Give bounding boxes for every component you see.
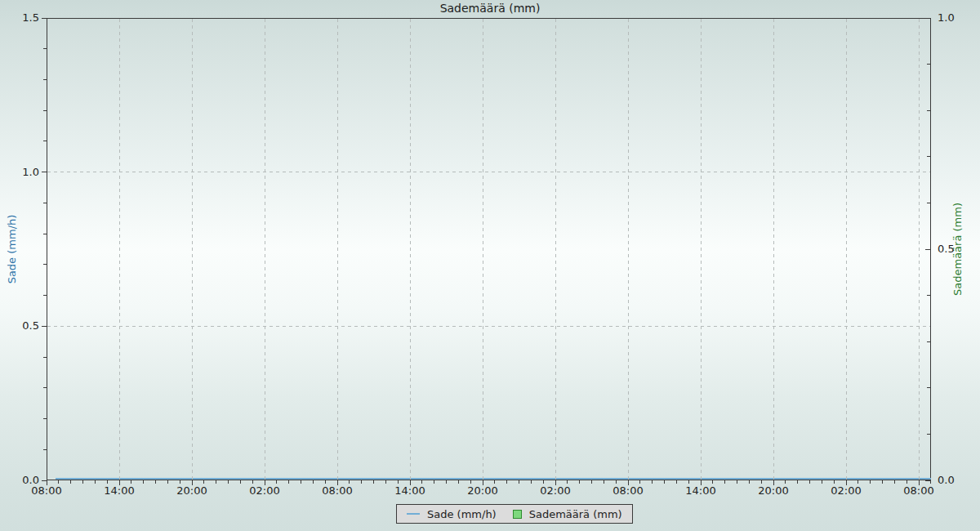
x-tick-label: 14:00	[676, 484, 725, 497]
x-minor-tick	[155, 480, 156, 484]
x-minor-tick	[797, 480, 798, 484]
x-minor-tick	[82, 480, 83, 484]
x-minor-tick	[724, 480, 725, 484]
x-minor-tick	[531, 480, 532, 484]
x-minor-tick	[906, 480, 907, 484]
x-minor-tick	[228, 480, 229, 484]
vertical-gridline	[919, 19, 920, 480]
precipitation-chart: Sademäärä (mm) Sade (mm/h) Sademäärä (mm…	[0, 0, 980, 531]
y-left-minor-tick	[43, 295, 47, 296]
x-minor-tick	[58, 480, 59, 484]
y-left-minor-tick	[43, 418, 47, 419]
x-minor-tick	[834, 480, 835, 484]
x-tick-label: 08:00	[604, 484, 653, 497]
legend: Sade (mm/h) Sademäärä (mm)	[396, 504, 633, 524]
chart-title: Sademäärä (mm)	[0, 2, 980, 15]
y-right-minor-tick	[927, 295, 930, 296]
y-right-major-tick	[925, 249, 930, 250]
x-minor-tick	[421, 480, 422, 484]
x-tick-label: 02:00	[240, 484, 289, 497]
y-left-major-tick	[42, 326, 47, 327]
x-minor-tick	[579, 480, 580, 484]
x-minor-tick	[809, 480, 810, 484]
x-minor-tick	[785, 480, 786, 484]
y-left-minor-tick	[43, 110, 47, 111]
x-minor-tick	[180, 480, 180, 484]
x-minor-tick	[519, 480, 519, 484]
x-minor-tick	[639, 480, 640, 484]
x-tick-label: 02:00	[531, 484, 580, 497]
x-minor-tick	[870, 480, 871, 484]
x-tick-label: 20:00	[749, 484, 798, 497]
y-right-tick-label: 0.0	[938, 474, 978, 487]
x-minor-tick	[361, 480, 362, 484]
x-minor-tick	[567, 480, 568, 484]
x-minor-tick	[858, 480, 858, 484]
vertical-gridline	[483, 19, 483, 480]
x-minor-tick	[325, 480, 326, 484]
x-minor-tick	[398, 480, 399, 484]
y-right-tick-label: 0.5	[938, 243, 978, 256]
x-minor-tick	[276, 480, 277, 484]
x-minor-tick	[458, 480, 459, 484]
y-right-tick-label: 1.0	[938, 11, 978, 25]
y-left-minor-tick	[43, 141, 47, 141]
x-minor-tick	[240, 480, 241, 484]
x-minor-tick	[143, 480, 144, 484]
y-right-minor-tick	[927, 110, 930, 111]
x-minor-tick	[604, 480, 604, 484]
y-left-tick-label: 1.0	[0, 166, 39, 179]
x-minor-tick	[446, 480, 447, 484]
horizontal-gridline	[47, 326, 930, 327]
x-minor-tick	[167, 480, 168, 484]
left-axis-title: Sade (mm/h)	[6, 215, 18, 284]
vertical-gridline	[773, 19, 774, 480]
x-minor-tick	[434, 480, 434, 484]
y-left-minor-tick	[43, 48, 47, 49]
x-minor-tick	[822, 480, 822, 484]
x-minor-tick	[301, 480, 301, 484]
x-tick-label: 14:00	[95, 484, 144, 497]
sade-series-line	[56, 478, 931, 480]
x-minor-tick	[652, 480, 653, 484]
x-minor-tick	[131, 480, 131, 484]
y-right-minor-tick	[927, 387, 930, 388]
x-minor-tick	[676, 480, 677, 484]
x-minor-tick	[894, 480, 895, 484]
vertical-gridline	[192, 19, 193, 480]
x-minor-tick	[70, 480, 71, 484]
x-tick-label: 08:00	[894, 484, 943, 497]
y-left-major-tick	[42, 18, 47, 19]
x-minor-tick	[313, 480, 314, 484]
y-left-minor-tick	[43, 79, 47, 80]
line-swatch-icon	[407, 513, 420, 515]
x-minor-tick	[712, 480, 713, 484]
vertical-gridline	[337, 19, 338, 480]
y-left-minor-tick	[43, 264, 47, 265]
legend-item-sademaara: Sademäärä (mm)	[513, 508, 622, 520]
legend-item-sade: Sade (mm/h)	[407, 508, 497, 520]
legend-label-sademaara: Sademäärä (mm)	[529, 508, 622, 520]
vertical-gridline	[265, 19, 265, 480]
x-minor-tick	[216, 480, 216, 484]
x-minor-tick	[882, 480, 883, 484]
x-minor-tick	[252, 480, 253, 484]
x-minor-tick	[616, 480, 617, 484]
y-left-minor-tick	[43, 357, 47, 358]
y-right-minor-tick	[927, 64, 930, 65]
x-tick-label: 20:00	[458, 484, 507, 497]
x-minor-tick	[749, 480, 750, 484]
vertical-gridline	[555, 19, 556, 480]
horizontal-gridline	[47, 172, 930, 172]
vertical-gridline	[119, 19, 120, 480]
y-right-minor-tick	[927, 156, 930, 157]
x-minor-tick	[203, 480, 204, 484]
x-minor-tick	[591, 480, 592, 484]
x-minor-tick	[95, 480, 96, 484]
y-left-minor-tick	[43, 387, 47, 388]
vertical-gridline	[701, 19, 702, 480]
x-minor-tick	[107, 480, 108, 484]
vertical-gridline	[410, 19, 411, 480]
y-left-minor-tick	[43, 203, 47, 203]
x-minor-tick	[761, 480, 762, 484]
